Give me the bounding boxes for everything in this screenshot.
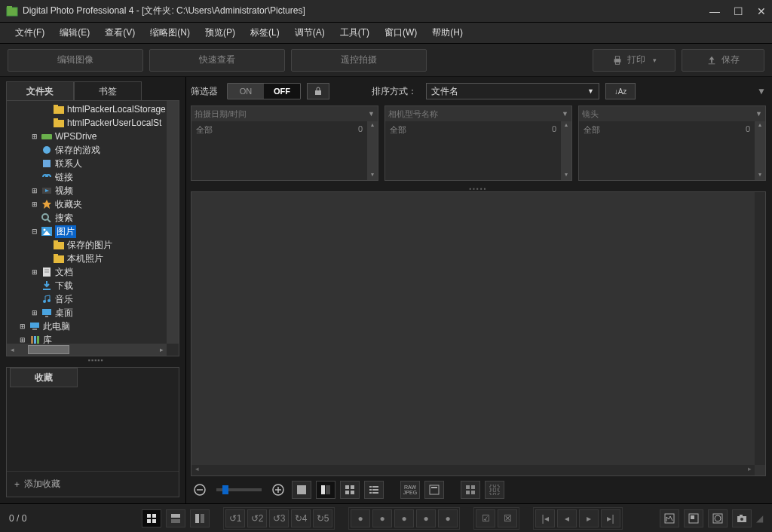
- tab-bookmark[interactable]: 书签: [74, 81, 142, 101]
- tree-item[interactable]: 链接: [7, 170, 179, 184]
- tree-item[interactable]: 联系人: [7, 157, 179, 170]
- nav-next-button[interactable]: ▸: [579, 509, 599, 527]
- tab-folder[interactable]: 文件夹: [6, 81, 74, 101]
- rotation-1-button[interactable]: ↺1: [225, 509, 245, 527]
- tree-item[interactable]: 保存的游戏: [7, 143, 179, 157]
- menu-file[interactable]: 文件(F): [8, 23, 52, 42]
- collapse-filter-button[interactable]: ▼: [757, 86, 766, 96]
- scroll-right-icon[interactable]: ▸: [744, 465, 755, 475]
- edit-image-button[interactable]: 编辑图像: [8, 49, 143, 72]
- layout-grid-button[interactable]: [142, 509, 161, 527]
- filter-scrollbar[interactable]: ▴▾: [367, 121, 378, 180]
- menu-edit[interactable]: 编辑(E): [52, 23, 97, 42]
- rating-3[interactable]: ●: [394, 509, 414, 527]
- rotation-5-button[interactable]: ↻5: [313, 509, 332, 527]
- nav-prev-button[interactable]: ◂: [557, 509, 577, 527]
- expand-icon[interactable]: ⊞: [31, 187, 38, 194]
- menu-view[interactable]: 查看(V): [97, 23, 142, 42]
- tree-item[interactable]: 音乐: [7, 292, 179, 306]
- nav-last-button[interactable]: ▸|: [601, 509, 620, 527]
- filter-panel-head[interactable]: 拍摄日期/时间▼: [191, 106, 378, 121]
- thumb-scrollbar-h[interactable]: ◂ ▸: [191, 465, 755, 475]
- save-button[interactable]: 保存: [682, 49, 764, 72]
- quick-view-button[interactable]: 快速查看: [149, 49, 285, 72]
- filter-off-button[interactable]: OFF: [264, 84, 300, 99]
- zoom-handle[interactable]: [222, 485, 228, 494]
- scroll-left-icon[interactable]: ◂: [7, 346, 17, 353]
- view-single-button[interactable]: [292, 481, 311, 499]
- panel-info-button[interactable]: [708, 509, 728, 527]
- minimize-button[interactable]: —: [709, 5, 720, 17]
- zoom-in-button[interactable]: [269, 481, 287, 499]
- splitter-grip[interactable]: ▪▪▪▪▪: [6, 356, 185, 364]
- rotation-4-button[interactable]: ↻4: [291, 509, 311, 527]
- expand-icon[interactable]: ⊞: [19, 336, 26, 344]
- rating-5[interactable]: ●: [438, 509, 458, 527]
- tree-item[interactable]: 本机照片: [7, 252, 179, 265]
- grid-dashed-button[interactable]: [485, 481, 504, 499]
- filter-panel-head[interactable]: 相机型号名称▼: [385, 106, 571, 121]
- grid4-button[interactable]: [461, 481, 480, 499]
- remote-shoot-button[interactable]: 遥控拍摄: [291, 49, 427, 72]
- menu-help[interactable]: 帮助(H): [424, 23, 470, 42]
- expand-icon[interactable]: ⊞: [19, 323, 26, 330]
- expand-icon[interactable]: ⊞: [31, 133, 38, 140]
- rotation-2-button[interactable]: ↺2: [247, 509, 267, 527]
- maximize-button[interactable]: ☐: [734, 5, 743, 17]
- rotation-3-button[interactable]: ↺3: [269, 509, 289, 527]
- tree-item[interactable]: htmlPackerLocalStorage: [7, 102, 179, 116]
- layout-split-h-button[interactable]: [166, 509, 185, 527]
- nav-first-button[interactable]: |◂: [535, 509, 555, 527]
- add-favorite-button[interactable]: + 添加收藏: [7, 471, 179, 497]
- check-toggle[interactable]: ☑: [476, 509, 495, 527]
- expand-icon[interactable]: ⊞: [31, 268, 38, 276]
- tree-item[interactable]: 下载: [7, 279, 179, 292]
- tree-item[interactable]: ⊞桌面: [7, 306, 179, 320]
- rating-1[interactable]: ●: [351, 509, 370, 527]
- menu-preview[interactable]: 预览(P): [198, 23, 243, 42]
- rating-2[interactable]: ●: [372, 509, 392, 527]
- expand-icon[interactable]: ⊞: [31, 309, 38, 316]
- view-list-button[interactable]: [364, 481, 384, 499]
- view-detail-button[interactable]: [316, 481, 335, 499]
- scroll-right-icon[interactable]: ▸: [156, 346, 167, 353]
- panel-camera-button[interactable]: [732, 509, 752, 527]
- favorites-tab[interactable]: 收藏: [10, 368, 78, 387]
- scroll-thumb[interactable]: [28, 345, 69, 354]
- tree-item[interactable]: ⊟图片: [7, 225, 179, 238]
- close-button[interactable]: ✕: [757, 5, 766, 17]
- sort-select[interactable]: 文件名 ▼: [426, 83, 599, 99]
- tree-item[interactable]: ⊞WPSDrive: [7, 130, 179, 143]
- panels-splitter[interactable]: ▪▪▪▪▪: [191, 185, 766, 191]
- tree-item[interactable]: ⊞此电脑: [7, 320, 179, 333]
- tree-scrollbar-v[interactable]: [167, 101, 179, 344]
- check-clear[interactable]: ☒: [498, 509, 517, 527]
- tree-item[interactable]: htmlPackerUserLocalSt: [7, 116, 179, 130]
- menu-label[interactable]: 标签(L): [243, 23, 287, 42]
- menu-tools[interactable]: 工具(T): [332, 23, 377, 42]
- filter-row[interactable]: 全部0: [191, 121, 367, 180]
- rating-4[interactable]: ●: [416, 509, 436, 527]
- menu-adjust[interactable]: 调节(A): [287, 23, 332, 42]
- tree-item[interactable]: ⊞收藏夹: [7, 197, 179, 211]
- filter-scrollbar[interactable]: ▴▾: [755, 121, 765, 180]
- thumb-scrollbar-v[interactable]: [755, 192, 765, 465]
- filter-scrollbar[interactable]: ▴▾: [561, 121, 571, 180]
- lock-button[interactable]: [307, 83, 329, 99]
- expand-icon[interactable]: ⊞: [31, 200, 38, 208]
- print-button[interactable]: 打印: [593, 49, 676, 72]
- tree-item[interactable]: 搜索: [7, 211, 179, 225]
- zoom-slider[interactable]: [216, 488, 262, 491]
- tree-item[interactable]: ⊞文档: [7, 265, 179, 279]
- filter-row[interactable]: 全部0: [385, 121, 561, 180]
- filter-panel-head[interactable]: 镜头▼: [579, 106, 765, 121]
- view-grid-button[interactable]: [340, 481, 360, 499]
- scroll-left-icon[interactable]: ◂: [191, 465, 202, 475]
- info-overlay-button[interactable]: [424, 481, 444, 499]
- tree-item[interactable]: 保存的图片: [7, 238, 179, 252]
- resize-grip[interactable]: ◢: [756, 513, 763, 524]
- tree-scrollbar-h[interactable]: ◂ ▸: [7, 344, 167, 356]
- layout-split-v-button[interactable]: [190, 509, 210, 527]
- filter-on-button[interactable]: ON: [228, 84, 264, 99]
- panel-nav-button[interactable]: [684, 509, 703, 527]
